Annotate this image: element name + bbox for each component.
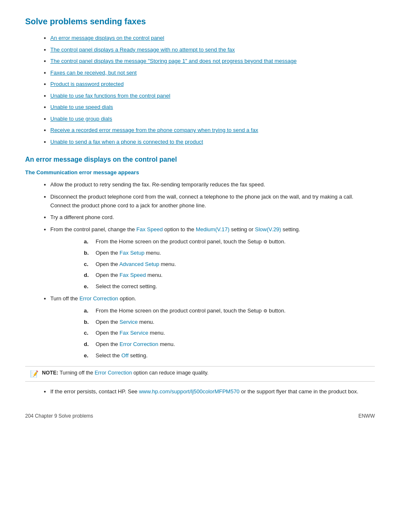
sub-step-item: d.Open the Error Correction menu. bbox=[84, 340, 375, 349]
toc-item: Receive a recorded error message from th… bbox=[50, 126, 375, 134]
subsection-title: The Communication error message appears bbox=[25, 169, 375, 176]
sub-step-item: d.Open the Fax Speed menu. bbox=[84, 271, 375, 280]
inline-link[interactable]: Error Correction bbox=[95, 370, 132, 376]
footer-right: ENWW bbox=[358, 413, 375, 419]
setup-icon: ⚙ bbox=[263, 308, 268, 313]
inline-link[interactable]: Fax Setup bbox=[119, 250, 144, 256]
toc-link[interactable]: Unable to use fax functions from the con… bbox=[50, 93, 170, 99]
toc-link[interactable]: Receive a recorded error message from th… bbox=[50, 127, 258, 133]
bullet-item: From the control panel, change the Fax S… bbox=[50, 225, 375, 234]
note-label: NOTE: bbox=[42, 370, 60, 376]
step-text: Select the correct setting. bbox=[96, 282, 157, 291]
step-text: Open the Fax Speed menu. bbox=[96, 271, 163, 280]
step-text: Select the Off setting. bbox=[96, 351, 148, 360]
inline-link[interactable]: Service bbox=[119, 319, 138, 325]
sub-step-item: b.Open the Service menu. bbox=[84, 318, 375, 327]
toc-item: Unable to use speed dials bbox=[50, 103, 375, 111]
toc-item: An error message displays on the control… bbox=[50, 34, 375, 42]
footer-left: 204 Chapter 9 Solve problems bbox=[25, 413, 93, 419]
step-label: d. bbox=[84, 271, 92, 280]
inline-link[interactable]: Error Correction bbox=[79, 295, 118, 302]
toc-item: Unable to send a fax when a phone is con… bbox=[50, 138, 375, 146]
inline-link[interactable]: Error Correction bbox=[119, 341, 158, 347]
bullet-item: Allow the product to retry sending the f… bbox=[50, 181, 375, 189]
final-bullet-item: If the error persists, contact HP. See w… bbox=[50, 387, 375, 396]
section1-title: An error message displays on the control… bbox=[25, 156, 375, 163]
bullet-item: Disconnect the product telephone cord fr… bbox=[50, 193, 375, 210]
setup-icon: ⚙ bbox=[263, 239, 268, 244]
toc-link[interactable]: An error message displays on the control… bbox=[50, 35, 164, 41]
step-label: a. bbox=[84, 307, 92, 315]
inline-link[interactable]: Fax Service bbox=[119, 330, 148, 336]
note-content: NOTE: Turning off the Error Correction o… bbox=[42, 370, 208, 376]
toc-item: The control panel displays the message "… bbox=[50, 57, 375, 65]
sub-step-item: c.Open the Advanced Setup menu. bbox=[84, 260, 375, 269]
step-text: Open the Fax Setup menu. bbox=[96, 249, 161, 258]
note-text: Turning off the Error Correction option … bbox=[60, 370, 208, 376]
toc-list: An error message displays on the control… bbox=[25, 34, 375, 146]
step-label: c. bbox=[84, 329, 92, 338]
toc-link[interactable]: Product is password protected bbox=[50, 81, 124, 87]
footer: 204 Chapter 9 Solve problems ENWW bbox=[25, 413, 375, 419]
toc-link[interactable]: Faxes can be received, but not sent bbox=[50, 70, 137, 76]
main-bullet-list: Allow the product to retry sending the f… bbox=[25, 181, 375, 360]
bullet-item: Try a different phone cord. bbox=[50, 213, 375, 222]
step-label: d. bbox=[84, 340, 92, 349]
step-text: From the Home screen on the product cont… bbox=[96, 307, 286, 315]
toc-link[interactable]: The control panel displays the message "… bbox=[50, 58, 296, 64]
inline-link[interactable]: www.hp.com/support/lj500colorMFPM570 bbox=[139, 388, 239, 395]
step-text: From the Home screen on the product cont… bbox=[96, 238, 286, 246]
sub-step-item: e.Select the correct setting. bbox=[84, 282, 375, 291]
toc-link[interactable]: Unable to use speed dials bbox=[50, 104, 113, 110]
step-label: c. bbox=[84, 260, 92, 269]
sub-step-list: a.From the Home screen on the product co… bbox=[50, 307, 375, 360]
toc-item: Faxes can be received, but not sent bbox=[50, 69, 375, 77]
toc-link[interactable]: The control panel displays a Ready messa… bbox=[50, 46, 235, 53]
sub-step-item: c.Open the Fax Service menu. bbox=[84, 329, 375, 338]
final-bullet-list: If the error persists, contact HP. See w… bbox=[25, 387, 375, 396]
inline-link[interactable]: Medium(V.17) bbox=[196, 226, 229, 232]
inline-link[interactable]: Slow(V.29) bbox=[255, 226, 281, 232]
toc-link[interactable]: Unable to use group dials bbox=[50, 116, 112, 122]
step-label: e. bbox=[84, 351, 92, 360]
step-text: Open the Service menu. bbox=[96, 318, 154, 327]
step-label: a. bbox=[84, 238, 92, 246]
page-title: Solve problems sending faxes bbox=[25, 17, 375, 26]
toc-item: The control panel displays a Ready messa… bbox=[50, 46, 375, 54]
step-label: e. bbox=[84, 282, 92, 291]
note-box: 📝 NOTE: Turning off the Error Correction… bbox=[25, 366, 375, 382]
sub-step-item: b.Open the Fax Setup menu. bbox=[84, 249, 375, 258]
sub-step-item: e.Select the Off setting. bbox=[84, 351, 375, 360]
inline-link[interactable]: Advanced Setup bbox=[119, 261, 159, 267]
step-text: Open the Advanced Setup menu. bbox=[96, 260, 176, 269]
inline-link[interactable]: Fax Speed bbox=[119, 272, 146, 278]
toc-link[interactable]: Unable to send a fax when a phone is con… bbox=[50, 139, 203, 145]
final-bullet-text: If the error persists, contact HP. See w… bbox=[50, 388, 358, 395]
toc-item: Unable to use fax functions from the con… bbox=[50, 92, 375, 100]
step-text: Open the Fax Service menu. bbox=[96, 329, 165, 338]
toc-item: Unable to use group dials bbox=[50, 115, 375, 123]
bullet-item: Turn off the Error Correction option. bbox=[50, 294, 375, 303]
note-icon: 📝 bbox=[30, 370, 39, 378]
inline-link[interactable]: Off bbox=[121, 352, 128, 359]
inline-link[interactable]: Fax Speed bbox=[136, 226, 163, 232]
sub-step-item: a.From the Home screen on the product co… bbox=[84, 307, 375, 315]
toc-item: Product is password protected bbox=[50, 80, 375, 88]
sub-step-list: a.From the Home screen on the product co… bbox=[50, 238, 375, 291]
step-label: b. bbox=[84, 249, 92, 258]
step-text: Open the Error Correction menu. bbox=[96, 340, 175, 349]
step-label: b. bbox=[84, 318, 92, 327]
sub-step-item: a.From the Home screen on the product co… bbox=[84, 238, 375, 246]
